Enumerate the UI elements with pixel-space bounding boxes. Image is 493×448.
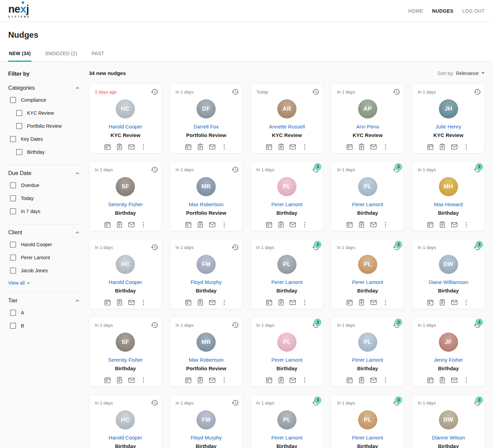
add-note-button[interactable]	[116, 143, 123, 151]
client-name-link[interactable]: Floyd Murphy	[176, 435, 237, 440]
add-note-button[interactable]	[277, 376, 285, 384]
filter-option-perer-lamont[interactable]: Perer Lamont	[8, 251, 81, 264]
more-options-button[interactable]	[463, 143, 470, 151]
more-options-button[interactable]	[382, 143, 389, 151]
send-email-button[interactable]	[370, 299, 377, 306]
filter-option-kyc-review[interactable]: KYC Review	[8, 107, 81, 120]
add-note-button[interactable]	[358, 143, 365, 151]
client-name-link[interactable]: Harold Cooper	[95, 279, 156, 285]
more-options-button[interactable]	[220, 221, 228, 228]
add-note-button[interactable]	[116, 376, 123, 384]
client-name-link[interactable]: Darrell Fox	[176, 124, 237, 129]
schedule-meeting-button[interactable]	[346, 143, 353, 151]
snooze-button[interactable]	[231, 399, 239, 407]
add-note-button[interactable]	[358, 299, 365, 306]
schedule-meeting-button[interactable]	[265, 299, 273, 306]
client-avatar[interactable]: JH	[439, 99, 458, 119]
client-avatar[interactable]: HC	[116, 99, 135, 119]
add-note-button[interactable]	[197, 221, 204, 228]
schedule-meeting-button[interactable]	[346, 299, 353, 306]
more-options-button[interactable]	[140, 376, 147, 384]
schedule-meeting-button[interactable]	[104, 376, 111, 384]
client-name-link[interactable]: Max Robertson	[176, 357, 237, 363]
send-email-button[interactable]	[128, 143, 135, 151]
add-note-button[interactable]	[116, 299, 123, 306]
schedule-meeting-button[interactable]	[104, 143, 111, 151]
send-email-button[interactable]	[451, 143, 458, 151]
checkbox[interactable]	[10, 195, 16, 201]
tab-new-34[interactable]: NEW (34)	[8, 47, 31, 62]
schedule-meeting-button[interactable]	[185, 143, 192, 151]
send-email-button[interactable]	[370, 376, 377, 384]
filter-option-birthday[interactable]: Birthday	[8, 146, 81, 159]
schedule-meeting-button[interactable]	[185, 299, 192, 306]
more-options-button[interactable]	[463, 221, 470, 228]
checkbox[interactable]	[10, 182, 16, 188]
send-email-button[interactable]	[370, 221, 377, 228]
more-options-button[interactable]	[382, 221, 389, 228]
nav-link-nudges[interactable]: NUDGES	[432, 8, 453, 14]
client-avatar[interactable]: PL	[358, 410, 377, 430]
client-name-link[interactable]: Harold Cooper	[95, 435, 156, 440]
tab-snoozed-2[interactable]: SNOOZED (2)	[45, 47, 78, 62]
schedule-meeting-button[interactable]	[265, 143, 273, 151]
more-options-button[interactable]	[301, 376, 308, 384]
more-options-button[interactable]	[140, 221, 147, 228]
snooze-button[interactable]	[231, 88, 239, 96]
add-note-button[interactable]	[439, 376, 446, 384]
send-email-button[interactable]	[128, 299, 135, 306]
client-avatar[interactable]: SF	[116, 177, 135, 196]
filter-option-b[interactable]: B	[8, 319, 81, 332]
snooze-button[interactable]	[151, 166, 158, 173]
more-options-button[interactable]	[220, 143, 228, 151]
send-email-button[interactable]	[451, 376, 458, 384]
more-options-button[interactable]	[220, 376, 228, 384]
send-email-button[interactable]	[208, 376, 216, 384]
checkbox[interactable]	[10, 323, 16, 329]
client-name-link[interactable]: Perer Lamont	[337, 435, 398, 440]
checkbox[interactable]	[10, 241, 16, 248]
client-avatar[interactable]: AR	[277, 99, 296, 119]
checkbox[interactable]	[10, 267, 16, 274]
send-email-button[interactable]	[451, 299, 458, 306]
client-avatar[interactable]: MR	[197, 177, 216, 196]
client-name-link[interactable]: Dianne Wilson	[418, 435, 479, 440]
add-note-button[interactable]	[358, 221, 365, 228]
filter-option-today[interactable]: Today	[8, 192, 81, 205]
send-email-button[interactable]	[370, 143, 377, 151]
add-note-button[interactable]	[358, 376, 365, 384]
client-avatar[interactable]: DW	[439, 255, 458, 274]
client-name-link[interactable]: Jenny Fisher	[418, 357, 479, 363]
add-note-button[interactable]	[197, 143, 204, 151]
client-avatar[interactable]: PL	[277, 255, 296, 274]
client-name-link[interactable]: Julie Henry	[418, 124, 479, 129]
client-name-link[interactable]: Ann Pena	[337, 124, 398, 129]
send-email-button[interactable]	[289, 143, 296, 151]
schedule-meeting-button[interactable]	[346, 376, 353, 384]
more-options-button[interactable]	[301, 143, 308, 151]
filter-section-header-categories[interactable]: Categories	[8, 85, 81, 91]
filter-section-header-tier[interactable]: Tier	[8, 297, 81, 304]
add-note-button[interactable]	[439, 299, 446, 306]
client-name-link[interactable]: Perer Lamont	[337, 357, 398, 363]
schedule-meeting-button[interactable]	[427, 376, 434, 384]
more-options-button[interactable]	[140, 299, 147, 306]
client-avatar[interactable]: PL	[358, 333, 377, 352]
schedule-meeting-button[interactable]	[104, 221, 111, 228]
client-avatar[interactable]: HC	[116, 255, 135, 274]
client-name-link[interactable]: Serenity Fisher	[95, 357, 156, 363]
send-email-button[interactable]	[289, 221, 296, 228]
send-email-button[interactable]	[289, 299, 296, 306]
more-options-button[interactable]	[463, 376, 470, 384]
snooze-button[interactable]	[312, 88, 319, 96]
schedule-meeting-button[interactable]	[185, 221, 192, 228]
add-note-button[interactable]	[277, 299, 285, 306]
checkbox[interactable]	[10, 136, 16, 142]
checkbox[interactable]	[10, 208, 16, 214]
filter-option-harold-cooper[interactable]: Harold Cooper	[8, 238, 81, 251]
more-options-button[interactable]	[220, 299, 228, 306]
filter-option-portfolio-review[interactable]: Portfolio Review	[8, 120, 81, 133]
snooze-button[interactable]	[231, 244, 239, 251]
add-note-button[interactable]	[277, 221, 285, 228]
checkbox[interactable]	[10, 97, 16, 103]
